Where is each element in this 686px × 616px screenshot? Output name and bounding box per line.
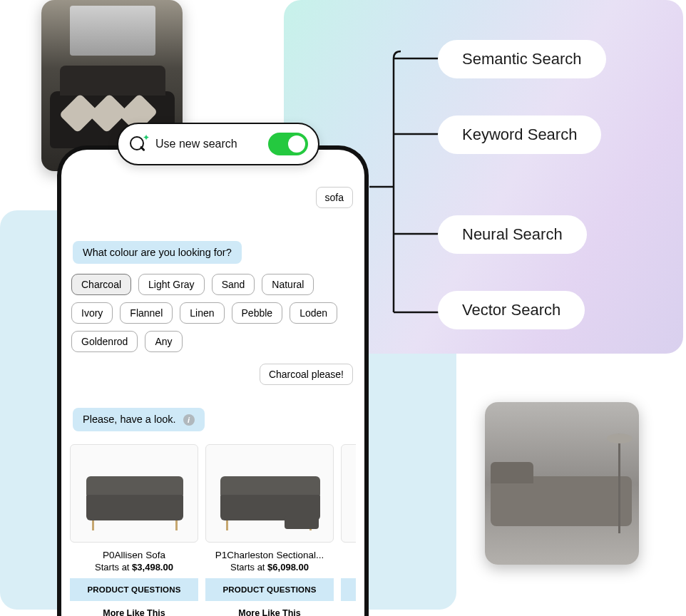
product-questions-button[interactable]: PRODUCT QUESTIONS — [205, 578, 334, 601]
info-icon[interactable]: i — [183, 414, 195, 426]
product-photo-grey-sofa — [485, 402, 639, 565]
color-chip[interactable]: Loden — [290, 302, 337, 324]
search-toggle-label: Use new search — [155, 138, 260, 150]
sparkle-icon: ✦ — [143, 133, 150, 143]
product-image — [341, 444, 356, 543]
more-like-this-link[interactable]: More Like This — [205, 608, 334, 616]
user-message: sofa — [316, 187, 353, 208]
color-chip[interactable]: Sand — [212, 274, 255, 295]
user-message: Charcoal please! — [260, 364, 353, 385]
product-card[interactable]: P0Allisen Sofa Starts at $3,498.00 PRODU… — [70, 444, 198, 616]
product-name: P1Charleston Sectional... — [205, 550, 334, 560]
bot-message: Please, have a look. i — [73, 408, 205, 431]
color-chip[interactable]: Any — [145, 331, 182, 352]
phone-frame: sofa What colour are you looking for? Ch… — [57, 145, 369, 616]
product-card[interactable]: P2Alli S P — [341, 444, 356, 616]
product-image — [205, 444, 334, 543]
color-chip[interactable]: Pebble — [232, 302, 283, 324]
product-name: P0Allisen Sofa — [70, 550, 198, 560]
color-chip[interactable]: Ivory — [71, 302, 113, 324]
color-chip[interactable]: Goldenrod — [71, 331, 138, 352]
bot-message: What colour are you looking for? — [73, 241, 242, 264]
product-image — [70, 444, 198, 543]
bot-message-text: Please, have a look. — [83, 414, 176, 425]
search-type-neural[interactable]: Neural Search — [438, 215, 587, 254]
product-price: Starts at $3,498.00 — [70, 562, 198, 573]
search-type-keyword[interactable]: Keyword Search — [438, 115, 601, 154]
search-type-semantic[interactable]: Semantic Search — [438, 40, 606, 78]
color-chip[interactable]: Linen — [180, 302, 224, 324]
color-chip-row: CharcoalLight GraySandNaturalIvoryFlanne… — [70, 271, 356, 355]
color-chip[interactable]: Charcoal — [71, 274, 131, 295]
more-like-this-link[interactable]: More Like This — [70, 608, 198, 616]
product-name: P2Alli — [341, 550, 356, 560]
product-questions-button[interactable]: PRODUCT QUESTIONS — [70, 578, 198, 601]
product-price: Starts at $6,098.00 — [205, 562, 334, 573]
product-price: S — [341, 562, 356, 573]
product-row: P0Allisen Sofa Starts at $3,498.00 PRODU… — [70, 438, 356, 616]
color-chip[interactable]: Flannel — [120, 302, 173, 324]
search-type-vector[interactable]: Vector Search — [438, 291, 585, 329]
search-toggle-switch[interactable] — [268, 133, 308, 155]
product-card[interactable]: P1Charleston Sectional... Starts at $6,0… — [205, 444, 334, 616]
search-toggle-pill: ✦ Use new search — [117, 123, 319, 165]
chat-screen: sofa What colour are you looking for? Ch… — [61, 150, 364, 616]
color-chip[interactable]: Natural — [262, 274, 314, 295]
color-chip[interactable]: Light Gray — [138, 274, 205, 295]
product-questions-button[interactable]: P — [341, 578, 356, 601]
